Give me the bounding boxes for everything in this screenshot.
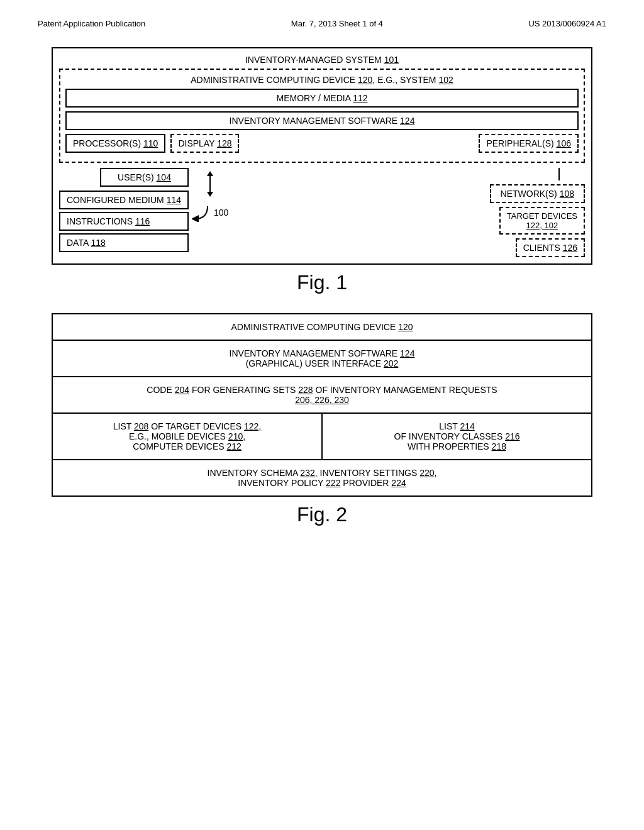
fig1-bottom-area: USER(S) 104 CONFIGURED MEDIUM 114 INSTRU… bbox=[59, 168, 585, 257]
fig1-admin-box: ADMINISTRATIVE COMPUTING DEVICE 120, E.G… bbox=[59, 69, 585, 163]
fig2-ims-row: INVENTORY MANAGEMENT SOFTWARE 124 (GRAPH… bbox=[53, 341, 591, 377]
fig1-admin-title: ADMINISTRATIVE COMPUTING DEVICE 120, E.G… bbox=[65, 75, 579, 85]
fig2-wrapper: ADMINISTRATIVE COMPUTING DEVICE 120 INVE… bbox=[52, 313, 592, 526]
fig1-configured-box: CONFIGURED MEDIUM 114 bbox=[59, 191, 189, 209]
fig1-peripheral-box: PERIPHERAL(S) 106 bbox=[479, 134, 579, 153]
fig2-device-row: ADMINISTRATIVE COMPUTING DEVICE 120 bbox=[53, 314, 591, 341]
fig1-data-box: DATA 118 bbox=[59, 233, 189, 252]
fig1-display-box: DISPLAY 128 bbox=[170, 134, 239, 153]
fig1-100-area: 100 bbox=[192, 203, 228, 222]
fig1-clients-box: CLIENTS 126 bbox=[516, 238, 585, 257]
fig1-processor-box: PROCESSOR(S) 110 bbox=[65, 134, 165, 153]
fig1-outer-box: INVENTORY-MANAGED SYSTEM 101 ADMINISTRAT… bbox=[52, 47, 592, 265]
fig1-network-box: NETWORK(S) 108 bbox=[490, 184, 585, 203]
arrow-up-head bbox=[207, 171, 213, 176]
fig2-split-row: LIST 208 OF TARGET DEVICES 122, E.G., MO… bbox=[53, 414, 591, 460]
page-header: Patent Application Publication Mar. 7, 2… bbox=[38, 13, 606, 47]
fig1-vert-line-right bbox=[558, 168, 560, 180]
fig1-instructions-box: INSTRUCTIONS 116 bbox=[59, 212, 189, 231]
fig1-wrapper: INVENTORY-MANAGED SYSTEM 101 ADMINISTRAT… bbox=[52, 47, 592, 294]
fig1-ims-box: INVENTORY MANAGEMENT SOFTWARE 124 bbox=[65, 111, 579, 130]
header-center: Mar. 7, 2013 Sheet 1 of 4 bbox=[291, 19, 383, 28]
fig1-right-boxes: NETWORK(S) 108 TARGET DEVICES 122, 102 C… bbox=[459, 168, 585, 257]
arrow-down-head bbox=[207, 192, 213, 197]
fig1-label: Fig. 1 bbox=[52, 271, 592, 294]
header-left: Patent Application Publication bbox=[38, 19, 145, 28]
fig2-code-row: CODE 204 FOR GENERATING SETS 228 OF INVE… bbox=[53, 377, 591, 414]
fig1-left-group: USER(S) 104 CONFIGURED MEDIUM 114 INSTRU… bbox=[59, 168, 189, 252]
fig1-bi-arrow bbox=[207, 171, 213, 197]
fig1-target-box: TARGET DEVICES 122, 102 bbox=[499, 207, 585, 235]
fig1-right-top-spacer bbox=[459, 168, 585, 180]
arrow-v-line bbox=[209, 176, 211, 192]
fig2-outer-box: ADMINISTRATIVE COMPUTING DEVICE 120 INVE… bbox=[52, 313, 592, 497]
fig1-proc-row: PROCESSOR(S) 110 DISPLAY 128 PERIPHERAL(… bbox=[65, 134, 579, 153]
fig2-list1-cell: LIST 208 OF TARGET DEVICES 122, E.G., MO… bbox=[53, 414, 323, 459]
fig1-users-area: USER(S) 104 bbox=[81, 168, 189, 187]
fig1-outer-title: INVENTORY-MANAGED SYSTEM 101 bbox=[59, 55, 585, 65]
curve-arrow-icon bbox=[192, 203, 211, 222]
fig1-middle-arrows: 100 bbox=[189, 168, 231, 222]
fig1-right-group: NETWORK(S) 108 TARGET DEVICES 122, 102 C… bbox=[459, 168, 585, 257]
fig2-list2-cell: LIST 214 OF INVENTORY CLASSES 216 WITH P… bbox=[323, 414, 591, 459]
header-right: US 2013/0060924 A1 bbox=[528, 19, 606, 28]
fig1-users-box: USER(S) 104 bbox=[100, 168, 189, 187]
fig1-100-label: 100 bbox=[214, 208, 228, 218]
fig2-schema-row: INVENTORY SCHEMA 232, INVENTORY SETTINGS… bbox=[53, 460, 591, 495]
fig2-label: Fig. 2 bbox=[52, 503, 592, 526]
fig1-memory-box: MEMORY / MEDIA 112 bbox=[65, 89, 579, 108]
